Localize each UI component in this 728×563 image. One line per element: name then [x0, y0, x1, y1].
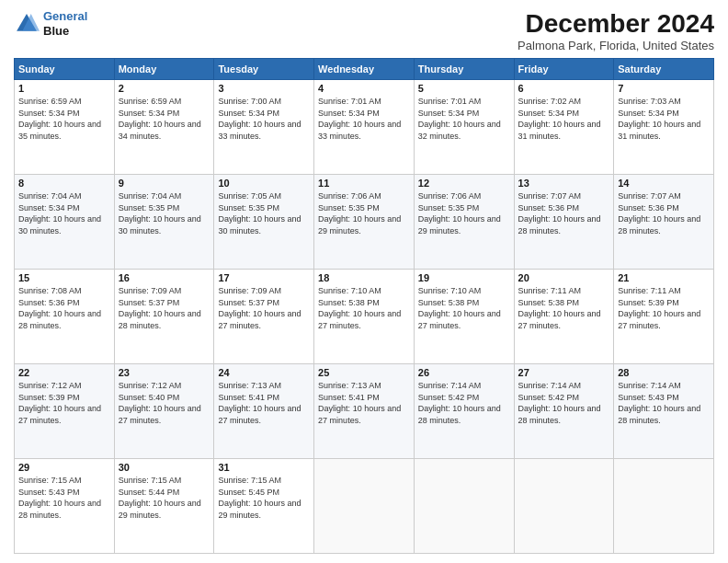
- main-title: December 2024: [518, 9, 714, 39]
- calendar-cell: 25 Sunrise: 7:13 AM Sunset: 5:41 PM Dayl…: [314, 364, 415, 459]
- day-number: 19: [418, 272, 510, 283]
- calendar-cell: 28 Sunrise: 7:14 AM Sunset: 5:43 PM Dayl…: [614, 364, 714, 459]
- calendar-cell: 12 Sunrise: 7:06 AM Sunset: 5:35 PM Dayl…: [414, 175, 514, 270]
- day-number: 18: [318, 272, 410, 283]
- weekday-header: Monday: [114, 59, 214, 80]
- day-number: 17: [218, 272, 310, 283]
- logo-line1: General: [43, 9, 87, 23]
- calendar-cell: [514, 459, 614, 554]
- page: General Blue December 2024 Palmona Park,…: [0, 0, 728, 563]
- day-info: Sunrise: 7:12 AM Sunset: 5:40 PM Dayligh…: [119, 380, 210, 426]
- calendar-cell: 29 Sunrise: 7:15 AM Sunset: 5:43 PM Dayl…: [15, 459, 115, 554]
- day-info: Sunrise: 7:15 AM Sunset: 5:45 PM Dayligh…: [218, 475, 310, 521]
- calendar-cell: 24 Sunrise: 7:13 AM Sunset: 5:41 PM Dayl…: [214, 364, 314, 459]
- day-number: 31: [218, 462, 310, 473]
- day-number: 21: [618, 272, 710, 283]
- calendar-cell: 11 Sunrise: 7:06 AM Sunset: 5:35 PM Dayl…: [314, 175, 415, 270]
- logo-icon: [14, 11, 40, 37]
- weekday-header: Saturday: [614, 59, 714, 80]
- calendar-cell: 10 Sunrise: 7:05 AM Sunset: 5:35 PM Dayl…: [214, 175, 314, 270]
- day-number: 3: [218, 83, 310, 94]
- day-info: Sunrise: 7:01 AM Sunset: 5:34 PM Dayligh…: [418, 96, 510, 142]
- day-number: 29: [18, 462, 110, 473]
- day-number: 23: [119, 367, 210, 378]
- day-info: Sunrise: 7:04 AM Sunset: 5:34 PM Dayligh…: [18, 190, 110, 236]
- day-number: 25: [318, 367, 410, 378]
- day-info: Sunrise: 7:10 AM Sunset: 5:38 PM Dayligh…: [318, 285, 410, 331]
- calendar-week-row: 22 Sunrise: 7:12 AM Sunset: 5:39 PM Dayl…: [15, 364, 714, 459]
- day-number: 20: [518, 272, 610, 283]
- day-info: Sunrise: 7:14 AM Sunset: 5:43 PM Dayligh…: [618, 380, 710, 426]
- day-number: 15: [18, 272, 110, 283]
- calendar-cell: [414, 459, 514, 554]
- calendar-week-row: 1 Sunrise: 6:59 AM Sunset: 5:34 PM Dayli…: [15, 80, 714, 175]
- day-info: Sunrise: 7:09 AM Sunset: 5:37 PM Dayligh…: [218, 285, 310, 331]
- day-number: 6: [518, 83, 610, 94]
- calendar-cell: 8 Sunrise: 7:04 AM Sunset: 5:34 PM Dayli…: [15, 175, 115, 270]
- calendar-week-row: 29 Sunrise: 7:15 AM Sunset: 5:43 PM Dayl…: [15, 459, 714, 554]
- day-info: Sunrise: 7:02 AM Sunset: 5:34 PM Dayligh…: [518, 96, 610, 142]
- day-info: Sunrise: 7:07 AM Sunset: 5:36 PM Dayligh…: [518, 190, 610, 236]
- day-number: 11: [318, 178, 410, 189]
- calendar-cell: 22 Sunrise: 7:12 AM Sunset: 5:39 PM Dayl…: [15, 364, 115, 459]
- calendar-week-row: 8 Sunrise: 7:04 AM Sunset: 5:34 PM Dayli…: [15, 175, 714, 270]
- weekday-header: Sunday: [15, 59, 115, 80]
- weekday-header: Wednesday: [314, 59, 415, 80]
- calendar-cell: 18 Sunrise: 7:10 AM Sunset: 5:38 PM Dayl…: [314, 270, 415, 364]
- day-info: Sunrise: 7:13 AM Sunset: 5:41 PM Dayligh…: [318, 380, 410, 426]
- day-info: Sunrise: 7:14 AM Sunset: 5:42 PM Dayligh…: [518, 380, 610, 426]
- day-info: Sunrise: 7:04 AM Sunset: 5:35 PM Dayligh…: [119, 190, 210, 236]
- day-info: Sunrise: 7:06 AM Sunset: 5:35 PM Dayligh…: [318, 190, 410, 236]
- day-number: 16: [119, 272, 210, 283]
- day-number: 10: [218, 178, 310, 189]
- day-number: 5: [418, 83, 510, 94]
- logo-text: General Blue: [43, 9, 87, 38]
- calendar-cell: 16 Sunrise: 7:09 AM Sunset: 5:37 PM Dayl…: [114, 270, 214, 364]
- calendar-cell: [314, 459, 415, 554]
- day-number: 22: [18, 367, 110, 378]
- day-number: 26: [418, 367, 510, 378]
- calendar-cell: [614, 459, 714, 554]
- calendar-cell: 17 Sunrise: 7:09 AM Sunset: 5:37 PM Dayl…: [214, 270, 314, 364]
- day-info: Sunrise: 7:00 AM Sunset: 5:34 PM Dayligh…: [218, 96, 310, 142]
- day-info: Sunrise: 7:05 AM Sunset: 5:35 PM Dayligh…: [218, 190, 310, 236]
- calendar-cell: 2 Sunrise: 6:59 AM Sunset: 5:34 PM Dayli…: [114, 80, 214, 175]
- day-info: Sunrise: 7:15 AM Sunset: 5:44 PM Dayligh…: [119, 475, 210, 521]
- day-info: Sunrise: 7:10 AM Sunset: 5:38 PM Dayligh…: [418, 285, 510, 331]
- calendar-table: SundayMondayTuesdayWednesdayThursdayFrid…: [14, 58, 714, 554]
- calendar-cell: 15 Sunrise: 7:08 AM Sunset: 5:36 PM Dayl…: [15, 270, 115, 364]
- calendar-cell: 19 Sunrise: 7:10 AM Sunset: 5:38 PM Dayl…: [414, 270, 514, 364]
- day-info: Sunrise: 7:14 AM Sunset: 5:42 PM Dayligh…: [418, 380, 510, 426]
- calendar-cell: 26 Sunrise: 7:14 AM Sunset: 5:42 PM Dayl…: [414, 364, 514, 459]
- calendar-cell: 7 Sunrise: 7:03 AM Sunset: 5:34 PM Dayli…: [614, 80, 714, 175]
- calendar-cell: 9 Sunrise: 7:04 AM Sunset: 5:35 PM Dayli…: [114, 175, 214, 270]
- day-number: 30: [119, 462, 210, 473]
- calendar-cell: 13 Sunrise: 7:07 AM Sunset: 5:36 PM Dayl…: [514, 175, 614, 270]
- day-number: 12: [418, 178, 510, 189]
- subtitle: Palmona Park, Florida, United States: [518, 39, 714, 52]
- logo-line2: Blue: [43, 24, 87, 39]
- calendar-cell: 23 Sunrise: 7:12 AM Sunset: 5:40 PM Dayl…: [114, 364, 214, 459]
- day-number: 14: [618, 178, 710, 189]
- weekday-header: Tuesday: [214, 59, 314, 80]
- day-number: 7: [618, 83, 710, 94]
- calendar-cell: 20 Sunrise: 7:11 AM Sunset: 5:38 PM Dayl…: [514, 270, 614, 364]
- day-info: Sunrise: 7:12 AM Sunset: 5:39 PM Dayligh…: [18, 380, 110, 426]
- weekday-header: Friday: [514, 59, 614, 80]
- logo: General Blue: [14, 9, 87, 38]
- day-number: 4: [318, 83, 410, 94]
- day-info: Sunrise: 7:09 AM Sunset: 5:37 PM Dayligh…: [119, 285, 210, 331]
- day-number: 13: [518, 178, 610, 189]
- calendar-header-row: SundayMondayTuesdayWednesdayThursdayFrid…: [15, 59, 714, 80]
- calendar-cell: 3 Sunrise: 7:00 AM Sunset: 5:34 PM Dayli…: [214, 80, 314, 175]
- day-info: Sunrise: 7:11 AM Sunset: 5:39 PM Dayligh…: [618, 285, 710, 331]
- day-info: Sunrise: 7:06 AM Sunset: 5:35 PM Dayligh…: [418, 190, 510, 236]
- calendar-cell: 5 Sunrise: 7:01 AM Sunset: 5:34 PM Dayli…: [414, 80, 514, 175]
- day-info: Sunrise: 7:03 AM Sunset: 5:34 PM Dayligh…: [618, 96, 710, 142]
- day-number: 27: [518, 367, 610, 378]
- day-info: Sunrise: 7:08 AM Sunset: 5:36 PM Dayligh…: [18, 285, 110, 331]
- day-number: 24: [218, 367, 310, 378]
- day-info: Sunrise: 7:13 AM Sunset: 5:41 PM Dayligh…: [218, 380, 310, 426]
- calendar-week-row: 15 Sunrise: 7:08 AM Sunset: 5:36 PM Dayl…: [15, 270, 714, 364]
- weekday-header: Thursday: [414, 59, 514, 80]
